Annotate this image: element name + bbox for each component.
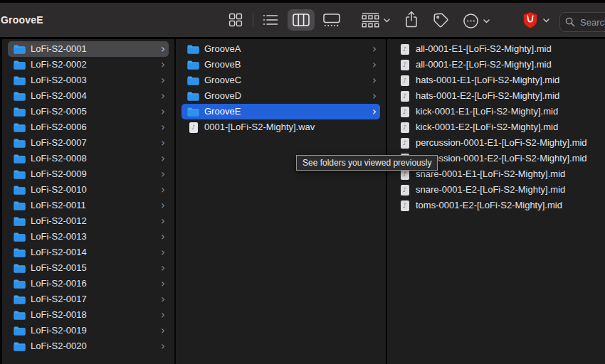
search-icon <box>565 17 575 27</box>
item-label: hats-0001-E1-[LoFi-S2-Mighty].mid <box>416 73 559 88</box>
list-item[interactable]: LoFi-S2-0013› <box>8 229 169 245</box>
list-view-button[interactable] <box>260 9 281 31</box>
list-item[interactable]: LoFi-S2-0008› <box>8 151 169 166</box>
list-item[interactable]: LoFi-S2-0006› <box>8 119 169 135</box>
list-item[interactable]: LoFi-S2-0012› <box>8 213 169 229</box>
list-item[interactable]: LoFi-S2-0009› <box>8 166 169 182</box>
column-browser: LoFi-S2-0001›LoFi-S2-0002›LoFi-S2-0003›L… <box>0 39 605 364</box>
share-button[interactable] <box>404 11 419 28</box>
list-item[interactable]: ♪snare-0001-E2-[LoFi-S2-Mighty].mid <box>393 182 605 198</box>
folder-icon <box>187 107 199 117</box>
browser-column-2[interactable]: GrooveA›GrooveB›GrooveC›GrooveD›GrooveE›… <box>176 39 387 364</box>
item-label: LoFi-S2-0009 <box>31 166 87 182</box>
list-item[interactable]: ♪kick-0001-E2-[LoFi-S2-Mighty].mid <box>393 119 605 135</box>
item-label: LoFi-S2-0019 <box>31 323 87 338</box>
midi-file-icon: ♪ <box>399 185 411 196</box>
list-item[interactable]: LoFi-S2-0004› <box>8 88 169 104</box>
item-label: percussion-0001-E2-[LoFi-S2-Mighty].mid <box>416 151 587 166</box>
item-label: LoFi-S2-0017 <box>31 291 87 307</box>
midi-file-icon: ♪ <box>399 75 411 86</box>
item-label: GrooveB <box>204 57 241 73</box>
tags-button[interactable] <box>433 12 449 28</box>
search-input[interactable] <box>579 16 605 28</box>
list-item[interactable]: LoFi-S2-0007› <box>8 135 169 151</box>
list-item[interactable]: GrooveD› <box>182 88 380 104</box>
list-item[interactable]: LoFi-S2-0010› <box>8 182 169 198</box>
item-label: LoFi-S2-0015 <box>31 260 87 276</box>
list-item[interactable]: LoFi-S2-0001› <box>8 41 169 57</box>
list-item[interactable]: GrooveE› <box>182 104 380 119</box>
list-item[interactable]: LoFi-S2-0020› <box>8 338 169 354</box>
gallery-view-icon <box>323 14 340 27</box>
midi-file-icon: ♪ <box>399 138 411 149</box>
chevron-right-icon: › <box>155 91 165 102</box>
list-item[interactable]: ♪toms-0001-E2-[LoFi-S2-Mighty].mid <box>393 198 605 213</box>
tooltip: See folders you viewed previously <box>296 155 438 171</box>
folder-icon <box>14 311 26 320</box>
toolbar-divider <box>253 13 253 27</box>
folder-icon <box>14 342 26 351</box>
list-item[interactable]: ♪hats-0001-E1-[LoFi-S2-Mighty].mid <box>393 73 605 88</box>
item-label: LoFi-S2-0014 <box>31 245 87 260</box>
chevron-right-icon: › <box>155 232 165 242</box>
folder-icon <box>14 295 26 304</box>
folder-icon <box>187 60 199 70</box>
chevron-right-icon: › <box>155 279 165 289</box>
group-button[interactable] <box>362 13 390 28</box>
list-item[interactable]: GrooveA› <box>182 41 380 57</box>
chevron-right-icon: › <box>155 326 165 336</box>
list-item[interactable]: GrooveB› <box>182 57 380 73</box>
folder-icon <box>14 76 26 85</box>
chevron-right-icon: › <box>155 122 165 133</box>
list-item[interactable]: ♪all-0001-E2-[LoFi-S2-Mighty].mid <box>393 57 605 73</box>
browser-column-1[interactable]: LoFi-S2-0001›LoFi-S2-0002›LoFi-S2-0003›L… <box>2 39 176 364</box>
list-item[interactable]: LoFi-S2-0011› <box>8 198 169 213</box>
item-label: LoFi-S2-0004 <box>31 88 87 104</box>
list-item[interactable]: LoFi-S2-0016› <box>8 276 169 291</box>
item-label: 0001-[LoFi-S2-Mighty].wav <box>204 119 315 135</box>
extension-badge-button[interactable] <box>522 11 549 29</box>
view-switcher <box>225 9 342 31</box>
list-item[interactable]: LoFi-S2-0014› <box>8 245 169 260</box>
item-label: LoFi-S2-0013 <box>31 229 87 245</box>
list-item[interactable]: ♪percussion-0001-E1-[LoFi-S2-Mighty].mid <box>393 135 605 151</box>
list-item[interactable]: ♪all-0001-E1-[LoFi-S2-Mighty].mid <box>393 41 605 57</box>
search-field[interactable] <box>559 12 605 32</box>
list-item[interactable]: ♪0001-[LoFi-S2-Mighty].wav <box>182 119 380 135</box>
list-item[interactable]: LoFi-S2-0017› <box>8 291 169 307</box>
item-label: GrooveD <box>204 88 241 104</box>
chevron-right-icon: › <box>367 75 377 86</box>
folder-icon <box>14 201 26 210</box>
list-item[interactable]: LoFi-S2-0019› <box>8 323 169 338</box>
folder-icon <box>14 217 26 226</box>
list-item[interactable]: LoFi-S2-0018› <box>8 307 169 323</box>
item-label: all-0001-E1-[LoFi-S2-Mighty].mid <box>416 41 552 57</box>
gallery-view-button[interactable] <box>321 9 342 31</box>
item-label: snare-0001-E2-[LoFi-S2-Mighty].mid <box>416 182 565 198</box>
folder-icon <box>14 45 26 54</box>
folder-icon <box>14 154 26 164</box>
list-item[interactable]: ♪hats-0001-E2-[LoFi-S2-Mighty].mid <box>393 88 605 104</box>
item-label: LoFi-S2-0011 <box>31 198 86 213</box>
list-item[interactable]: LoFi-S2-0015› <box>8 260 169 276</box>
list-item[interactable]: LoFi-S2-0002› <box>8 57 169 73</box>
list-item[interactable]: ♪kick-0001-E1-[LoFi-S2-Mighty].mid <box>393 104 605 119</box>
list-item[interactable]: LoFi-S2-0005› <box>8 104 169 119</box>
chevron-right-icon: › <box>155 216 165 227</box>
folder-icon <box>187 92 199 101</box>
list-view-icon <box>263 14 278 26</box>
column-view-button[interactable] <box>288 9 315 31</box>
item-label: LoFi-S2-0020 <box>31 338 87 354</box>
folder-icon <box>187 45 199 54</box>
more-options-button[interactable] <box>463 13 490 29</box>
ellipsis-circle-icon <box>463 13 479 29</box>
item-label: GrooveE <box>204 104 241 119</box>
midi-file-icon: ♪ <box>399 44 411 55</box>
list-item[interactable]: LoFi-S2-0003› <box>8 73 169 88</box>
midi-file-icon: ♪ <box>399 107 411 117</box>
icon-view-button[interactable] <box>225 9 246 31</box>
browser-column-3[interactable]: ♪all-0001-E1-[LoFi-S2-Mighty].mid♪all-00… <box>387 39 605 364</box>
list-item[interactable]: GrooveC› <box>182 73 380 88</box>
folder-icon <box>187 76 199 85</box>
folder-icon <box>14 186 26 195</box>
